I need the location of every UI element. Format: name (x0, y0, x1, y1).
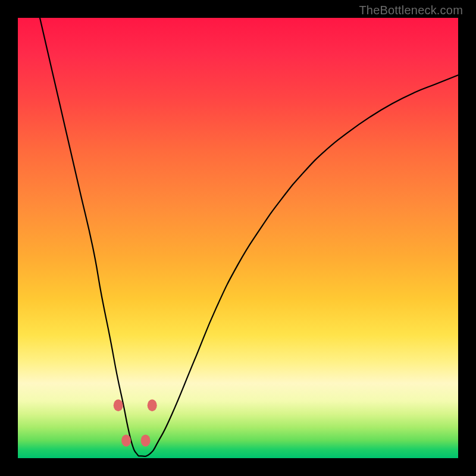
valley-marker (121, 434, 131, 446)
chart-frame: TheBottleneck.com (0, 0, 476, 476)
watermark-text: TheBottleneck.com (359, 4, 463, 17)
bottleneck-curve (40, 18, 458, 456)
markers-group (114, 399, 157, 446)
plot-area (18, 18, 458, 458)
valley-marker (141, 434, 151, 446)
curve-svg (18, 18, 458, 458)
valley-marker (148, 399, 157, 411)
valley-marker (114, 399, 123, 411)
